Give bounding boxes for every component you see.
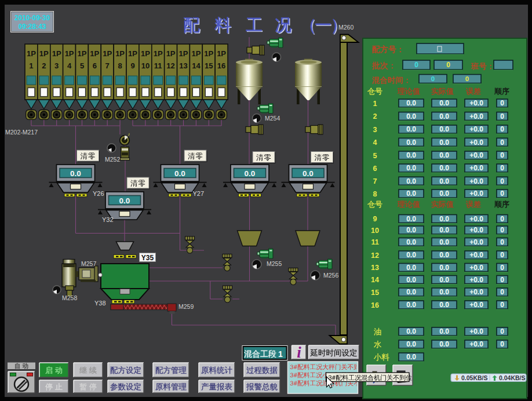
svg-text:0.0: 0.0 <box>439 340 449 348</box>
svg-text:1: 1 <box>373 100 377 108</box>
svg-text:0: 0 <box>500 177 504 185</box>
svg-text:0.0: 0.0 <box>406 125 416 133</box>
svg-text:0.0: 0.0 <box>406 189 416 198</box>
svg-text:16: 16 <box>371 301 379 309</box>
svg-text:10: 10 <box>141 61 150 70</box>
svg-text:15: 15 <box>371 289 379 297</box>
svg-text:1P: 1P <box>204 49 213 58</box>
svg-text:0.0: 0.0 <box>439 301 449 309</box>
svg-text:0.0: 0.0 <box>174 169 185 178</box>
svg-text:+0.0: +0.0 <box>469 264 483 272</box>
svg-text:M255: M255 <box>267 260 282 267</box>
svg-text:Y26: Y26 <box>93 190 104 197</box>
svg-text:0: 0 <box>500 251 504 259</box>
svg-text:10: 10 <box>371 227 379 235</box>
svg-text:16: 16 <box>217 61 225 70</box>
svg-text:1P: 1P <box>78 49 87 58</box>
svg-text:7: 7 <box>373 177 377 185</box>
svg-text:0: 0 <box>500 288 504 296</box>
svg-text:0.0: 0.0 <box>439 251 449 259</box>
svg-text:0.0: 0.0 <box>439 288 449 296</box>
svg-text:0.0: 0.0 <box>406 112 416 121</box>
svg-text:0.0: 0.0 <box>406 327 416 336</box>
svg-text:0.0: 0.0 <box>406 238 416 246</box>
svg-text:0.0: 0.0 <box>406 215 416 223</box>
svg-text:11: 11 <box>371 238 378 246</box>
svg-text:0: 0 <box>465 75 469 82</box>
svg-text:9: 9 <box>373 215 377 223</box>
svg-text:0.0: 0.0 <box>406 288 416 296</box>
svg-text:0.05KB/S: 0.05KB/S <box>461 374 488 381</box>
svg-text:0.0: 0.0 <box>439 276 449 284</box>
svg-text:0.0: 0.0 <box>439 112 449 121</box>
svg-text:+0.0: +0.0 <box>469 138 483 147</box>
svg-text:4: 4 <box>67 61 72 70</box>
svg-text:0.0: 0.0 <box>70 169 81 178</box>
svg-text:1P: 1P <box>65 49 74 58</box>
svg-text:0: 0 <box>500 99 504 107</box>
svg-text:0: 0 <box>500 112 504 121</box>
svg-text:0: 0 <box>500 189 504 198</box>
svg-text:0: 0 <box>500 276 504 284</box>
svg-text:1P: 1P <box>191 49 201 58</box>
svg-text:0: 0 <box>500 151 504 159</box>
svg-text:0.0: 0.0 <box>439 164 449 172</box>
svg-text:7: 7 <box>105 61 110 70</box>
svg-text:3: 3 <box>373 126 377 134</box>
svg-text:+0.0: +0.0 <box>469 238 483 246</box>
svg-text:0.0: 0.0 <box>406 301 416 309</box>
svg-text:+0.0: +0.0 <box>469 112 483 121</box>
svg-text:2: 2 <box>373 112 377 121</box>
svg-text:0.0: 0.0 <box>245 169 256 178</box>
svg-text:1P: 1P <box>128 49 137 58</box>
svg-text:9: 9 <box>130 61 134 70</box>
svg-text:M258: M258 <box>62 294 77 301</box>
svg-text:0: 0 <box>500 327 504 336</box>
svg-text:0.0: 0.0 <box>406 353 416 361</box>
svg-text:0: 0 <box>500 340 504 348</box>
svg-text:11: 11 <box>154 61 162 70</box>
svg-text:0.0: 0.0 <box>406 138 416 147</box>
svg-text:0: 0 <box>500 301 504 309</box>
svg-text:M259: M259 <box>178 303 194 310</box>
svg-text:M257: M257 <box>81 260 96 267</box>
svg-text:0.0: 0.0 <box>406 340 416 348</box>
svg-text:i: i <box>297 344 301 361</box>
svg-text:0.0: 0.0 <box>439 238 449 246</box>
svg-text:8: 8 <box>118 61 122 70</box>
svg-text:0.0: 0.0 <box>406 164 416 172</box>
svg-text:1P: 1P <box>27 49 36 58</box>
svg-text:0.0: 0.0 <box>406 151 416 159</box>
svg-text:0.0: 0.0 <box>119 196 130 205</box>
svg-text:6: 6 <box>93 61 97 70</box>
svg-text:1P: 1P <box>90 49 99 58</box>
svg-text:13: 13 <box>179 61 187 70</box>
svg-text:12: 12 <box>166 61 174 70</box>
svg-text:+0.0: +0.0 <box>469 251 483 259</box>
svg-text:M252: M252 <box>105 156 120 163</box>
svg-text:0.0: 0.0 <box>406 251 416 259</box>
svg-text:8: 8 <box>373 190 377 198</box>
svg-text:3: 3 <box>54 61 59 70</box>
svg-text:1P: 1P <box>52 49 61 58</box>
svg-text:0: 0 <box>414 61 418 69</box>
svg-text:0.0: 0.0 <box>406 276 416 284</box>
svg-text:1: 1 <box>29 61 33 70</box>
svg-text:Y35: Y35 <box>141 254 154 262</box>
svg-text:0.04KB/S: 0.04KB/S <box>499 374 526 381</box>
svg-text:+0.0: +0.0 <box>469 301 483 309</box>
svg-text:0: 0 <box>431 75 435 82</box>
svg-text:M256: M256 <box>323 272 338 279</box>
svg-text:1P: 1P <box>179 49 188 58</box>
svg-text:+0.0: +0.0 <box>469 164 483 172</box>
svg-text:0: 0 <box>500 125 504 133</box>
svg-text:1P: 1P <box>115 49 125 58</box>
svg-text:+0.0: +0.0 <box>469 288 483 296</box>
svg-text:M202-M217: M202-M217 <box>5 129 38 136</box>
svg-text:4: 4 <box>373 138 377 147</box>
svg-text:1P: 1P <box>154 49 163 58</box>
svg-text:+0.0: +0.0 <box>469 151 483 159</box>
svg-text:14: 14 <box>371 276 379 284</box>
svg-text:0: 0 <box>500 238 504 246</box>
svg-text:Y32: Y32 <box>102 216 114 223</box>
